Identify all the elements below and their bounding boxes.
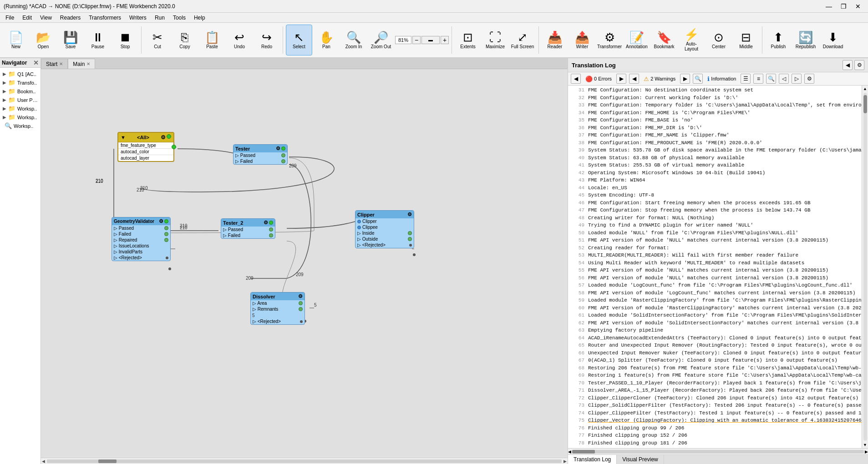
tab-start[interactable]: Start ✕ [41, 59, 68, 69]
zoom-slider[interactable]: ▬ [421, 36, 440, 44]
menu-edit[interactable]: Edit [19, 14, 36, 22]
stop-button[interactable]: ⏹ Stop [112, 25, 138, 55]
full-screen-button[interactable]: ⤢ Full Screen [509, 25, 536, 55]
cut-button[interactable]: ✂ Cut [144, 25, 171, 55]
middle-button[interactable]: ⊟ Middle [733, 25, 759, 55]
transformer-button[interactable]: ⚙ Transformer [596, 25, 623, 55]
zoom-out-button[interactable]: 🔎 Zoom Out [368, 25, 394, 55]
log-next-match-button[interactable]: ▷ [792, 74, 802, 84]
tester2-node[interactable]: Tester_2 ⚙ ▷ Passed ▷ Failed [221, 218, 275, 239]
undo-button[interactable]: ↩ Undo [226, 25, 253, 55]
log-hscroll-right[interactable]: ▶ [865, 449, 868, 454]
log-settings2-button[interactable]: ⚙ [804, 74, 814, 84]
log-hscroll-track[interactable] [572, 450, 864, 454]
publish-button[interactable]: ⬆ Publish [765, 25, 792, 55]
log-vscroll-track[interactable] [863, 93, 867, 441]
nav-item-q1[interactable]: ▶ 📁 Q1 [AC.. [2, 70, 39, 78]
hscroll-track[interactable] [47, 459, 562, 463]
log-hscroll-left[interactable]: ◀ [568, 449, 571, 454]
minimize-button[interactable]: — [822, 2, 835, 11]
tab-main[interactable]: Main ✕ [68, 59, 95, 69]
canvas-area[interactable]: 210 209 210 209 [41, 69, 568, 458]
select-button[interactable]: ↖ Select [286, 25, 312, 55]
navigator-close-button[interactable]: ✕ [33, 59, 39, 66]
hscroll-right-arrow[interactable]: ▶ [563, 459, 567, 464]
log-tab-visual-preview[interactable]: Visual Preview [617, 455, 664, 464]
nav-item-transfo[interactable]: ▶ 📁 Transfo.. [2, 78, 39, 87]
menu-view[interactable]: View [36, 14, 56, 22]
menu-help[interactable]: Help [190, 14, 209, 22]
zoom-plus-button[interactable]: + [441, 36, 449, 44]
zoom-input[interactable] [395, 36, 411, 44]
log-nav-next2-button[interactable]: ▶ [680, 74, 690, 84]
log-hscroll-thumb[interactable] [572, 450, 595, 454]
save-button[interactable]: 💾 Save [57, 25, 84, 55]
maximize-button[interactable]: ⛶ Maximize [482, 25, 508, 55]
nav-item-userpa[interactable]: ▶ 📁 User Pa.. [2, 96, 39, 104]
log-hscrollbar[interactable]: ◀ ▶ [568, 448, 868, 454]
log-search2-button[interactable]: 🔍 [766, 74, 776, 84]
canvas-horizontal-scrollbar[interactable]: ◀ ▶ [41, 458, 568, 464]
log-list-view-button[interactable]: ☰ [741, 74, 751, 84]
extents-button[interactable]: ⊡ Extents [455, 25, 481, 55]
pan-button[interactable]: ✋ Pan [313, 25, 340, 55]
nav-item-worksp3[interactable]: 🔍 Worksp.. [2, 121, 39, 130]
log-nav-prev2-button[interactable]: ◀ [629, 74, 639, 84]
open-button[interactable]: 📂 Open [30, 25, 56, 55]
hscroll-thumb[interactable] [98, 459, 117, 463]
log-vscroll-up[interactable]: ▲ [862, 86, 868, 92]
annotation-button[interactable]: 📝 Annotation [624, 25, 650, 55]
pause-button[interactable]: ⏸ Pause [85, 25, 111, 55]
tester2-gear-icon[interactable]: ⚙ [264, 220, 268, 226]
tab-start-close[interactable]: ✕ [59, 61, 63, 66]
restore-button[interactable]: ❐ [837, 2, 850, 11]
center-button[interactable]: ⊙ Center [706, 25, 732, 55]
hscroll-left-arrow[interactable]: ◀ [42, 459, 45, 464]
geometry-validator-node[interactable]: GeometryValidator ⚙ ▷ Passed ▷ Failed ▷ … [112, 217, 171, 261]
tester-gear-icon[interactable]: ⚙ [276, 146, 280, 151]
log-nav-next-button[interactable]: ▶ [616, 74, 626, 84]
nav-item-worksp1[interactable]: ▶ 📁 Worksp.. [2, 104, 39, 113]
republish-button[interactable]: 🔄 Republish [792, 25, 819, 55]
clipper-node[interactable]: Clipper ⚙ Clipper Clippee ▷ Inside [355, 210, 414, 248]
log-collapse-button[interactable]: ◀ [843, 60, 853, 70]
log-info-filter[interactable]: ℹ Information [706, 75, 738, 83]
nav-item-worksp2[interactable]: ▶ 📁 Worksp.. [2, 113, 39, 121]
dissolver-node[interactable]: Dissolver ⚙ ▷ Area ▷ Remnants 5 ▷ <Rejec… [250, 292, 305, 325]
log-tab-translation[interactable]: Translation Log [568, 455, 617, 464]
auto-layout-button[interactable]: ⚡ Auto-Layout [678, 25, 705, 55]
log-warn-filter[interactable]: ⚠ 2 Warnings [642, 75, 677, 83]
paste-button[interactable]: 📋 Paste [199, 25, 225, 55]
nav-item-bookm[interactable]: ▶ 📁 Bookm.. [2, 87, 39, 96]
new-button[interactable]: 📄 New [3, 25, 29, 55]
tab-main-close[interactable]: ✕ [86, 61, 90, 66]
log-error-filter[interactable]: 🔴 0 Errors [584, 75, 614, 83]
close-button[interactable]: ✕ [852, 2, 864, 11]
writer-button[interactable]: 📤 Writer [569, 25, 595, 55]
reader-gear-icon[interactable]: ⚙ [161, 134, 166, 141]
bookmark-button[interactable]: 🔖 Bookmark [651, 25, 677, 55]
redo-button[interactable]: ↪ Redo [254, 25, 280, 55]
menu-file[interactable]: File [2, 14, 18, 22]
log-search-button[interactable]: 🔍 [693, 74, 703, 84]
copy-button[interactable]: ⎘ Copy [172, 25, 198, 55]
tester-node[interactable]: Tester ⚙ ▷ Passed ▷ Failed [233, 144, 288, 165]
log-prev-match-button[interactable]: ◁ [779, 74, 789, 84]
log-vscroll-thumb[interactable] [863, 95, 867, 113]
menu-writers[interactable]: Writers [126, 14, 150, 22]
menu-transformers[interactable]: Transformers [85, 14, 125, 22]
log-nav-prev-button[interactable]: ◀ [571, 74, 581, 84]
menu-readers[interactable]: Readers [56, 14, 84, 22]
download-button[interactable]: ⬇ Download [820, 25, 846, 55]
dissolver-gear-icon[interactable]: ⚙ [298, 293, 303, 299]
menu-run[interactable]: Run [151, 14, 168, 22]
clipper-gear-icon[interactable]: ⚙ [407, 212, 412, 217]
reader-button[interactable]: 📥 Reader [542, 25, 568, 55]
reader-node[interactable]: ▼ <All> ⚙ fme_feature_type autocad_color… [117, 132, 174, 162]
zoom-minus-button[interactable]: − [412, 36, 421, 44]
menu-tools[interactable]: Tools [169, 14, 189, 22]
geometry-validator-gear-icon[interactable]: ⚙ [159, 218, 163, 224]
log-detail-view-button[interactable]: ≡ [753, 74, 763, 84]
zoom-in-button[interactable]: 🔍 Zoom In [340, 25, 367, 55]
log-content[interactable]: 31FME Configuration: No destination coor… [568, 86, 862, 448]
